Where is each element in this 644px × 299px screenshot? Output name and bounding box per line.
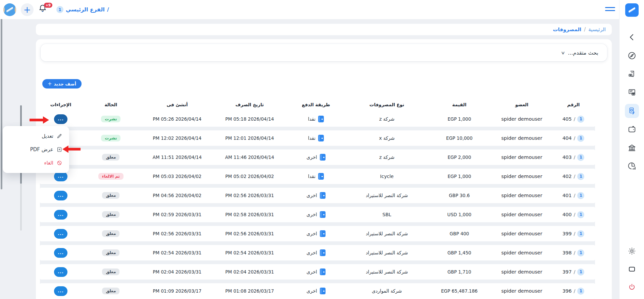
screen-icon[interactable] xyxy=(625,262,639,276)
row-created-at: PM 02:54 2026/03/31 xyxy=(140,250,214,255)
row-pay-method-label: اخرى xyxy=(306,231,317,236)
row-pay-date: PM 02:54 2026/03/31 xyxy=(214,250,285,255)
row-number: 1 / 400 xyxy=(552,211,595,218)
row-member: spider demouser xyxy=(492,212,552,217)
sidebar-logo[interactable] xyxy=(625,3,639,17)
row-pay-method: اخرى xyxy=(285,249,347,256)
cancel-circle-icon xyxy=(56,160,62,166)
gear-icon[interactable] xyxy=(625,244,639,258)
pencil-icon xyxy=(56,133,62,139)
table-row[interactable]: 1 / 404 spider demouser EGP 10,000 شركة … xyxy=(40,130,595,146)
breadcrumb: الرئيسية / المصروفات xyxy=(36,24,612,35)
row-member: spider demouser xyxy=(492,231,552,236)
table-row[interactable]: 1 / 396 spider demouser EGP 65,487.186 ش… xyxy=(40,283,595,299)
row-number-separator: / xyxy=(574,288,576,294)
menu-item-view-pdf[interactable]: عرض PDF xyxy=(3,143,69,156)
collapse-chevron-icon[interactable] xyxy=(625,30,639,44)
table-row[interactable]: 1 / 402 spider demouser EGP 1,000 Icycle… xyxy=(40,169,595,184)
power-icon[interactable] xyxy=(625,280,639,294)
table-row[interactable]: 1 / 405 spider demouser EGP 1,000 شركة z… xyxy=(40,111,595,127)
wallet-payment-icon xyxy=(318,135,324,141)
row-created-at: PM 01:09 2026/03/17 xyxy=(140,288,214,294)
wallet-payment-icon xyxy=(320,249,326,256)
row-expense-type: شركة z xyxy=(347,116,427,122)
row-actions-button[interactable]: ... xyxy=(54,248,67,258)
menu-toggle-icon[interactable] xyxy=(605,7,615,13)
row-actions-button[interactable]: ... xyxy=(54,229,67,239)
table-row[interactable]: 1 / 399 spider demouser GBP 400 شركة الن… xyxy=(40,226,595,241)
row-pay-method-label: اخرى xyxy=(306,155,317,160)
row-count-badge: 1 xyxy=(577,192,584,199)
receipt-money-icon[interactable] xyxy=(625,67,639,81)
row-count-badge: 1 xyxy=(577,288,584,295)
table-row[interactable]: 1 / 401 spider demouser GBP 30.6 شركة ال… xyxy=(40,188,595,203)
row-actions: ... xyxy=(40,191,82,200)
compass-icon[interactable] xyxy=(625,49,639,63)
expenses-panel: بحث متقدم... ∨ أضف جديد + الرقم العضو ال… xyxy=(36,39,612,299)
row-actions-button[interactable]: ... xyxy=(54,114,67,124)
sidebar xyxy=(619,0,644,299)
wallet-icon[interactable] xyxy=(625,122,639,136)
row-number-value: 396 xyxy=(562,288,572,294)
advanced-search-toggle[interactable]: بحث متقدم... ∨ xyxy=(41,44,607,61)
col-expense-type: نوع المصروفات xyxy=(347,102,427,107)
row-pay-method-label: نقدا xyxy=(308,116,315,122)
breadcrumb-current: المصروفات xyxy=(553,26,581,33)
branch-name: الفرع الرئيسي xyxy=(66,6,105,13)
table-row[interactable]: 1 / 398 spider demouser GBP 1,450 شركة ا… xyxy=(40,245,595,260)
expenses-hand-money-icon[interactable] xyxy=(625,104,639,118)
row-pay-date: PM 05:02 2026/04/02 xyxy=(214,174,285,179)
add-new-button[interactable]: أضف جديد + xyxy=(42,79,82,88)
row-created-at: PM 05:26 2026/04/14 xyxy=(140,116,214,122)
row-actions-button[interactable]: ... xyxy=(54,210,67,220)
row-number-separator: / xyxy=(574,231,576,236)
menu-item-edit[interactable]: تعديل xyxy=(3,129,69,143)
row-number: 1 / 401 xyxy=(552,192,595,199)
table-row[interactable]: 1 / 403 spider demouser EGP 2,000 شركة z… xyxy=(40,150,595,165)
add-quick-button[interactable]: + xyxy=(21,3,34,16)
table-header-row: الرقم العضو القيمة نوع المصروفات طريقة ا… xyxy=(40,98,595,111)
row-status: نشرت xyxy=(82,135,140,141)
row-expense-type: شركة المواردى xyxy=(347,288,427,294)
row-actions-button[interactable]: ... xyxy=(54,286,67,296)
row-status: معلق xyxy=(82,288,140,294)
row-number-value: 399 xyxy=(562,231,572,236)
row-member: spider demouser xyxy=(492,250,552,255)
pie-chart-icon[interactable] xyxy=(625,159,639,173)
col-number: الرقم xyxy=(552,102,595,107)
row-actions-button[interactable]: ... xyxy=(54,267,67,277)
status-badge: تم الالغاء xyxy=(98,173,123,180)
row-member: spider demouser xyxy=(492,155,552,160)
wallet-payment-icon xyxy=(318,116,324,122)
row-created-at: PM 04:56 2026/04/02 xyxy=(140,193,214,198)
app-logo[interactable] xyxy=(3,3,16,16)
chevron-down-icon: ∨ xyxy=(561,50,565,55)
row-actions-button[interactable]: ... xyxy=(54,191,67,200)
table-row[interactable]: 1 / 397 spider demouser GBP 1,710 شركة ا… xyxy=(40,264,595,280)
row-status: معلق xyxy=(82,230,140,237)
row-count-badge: 1 xyxy=(577,230,584,237)
row-pay-method: نقدا xyxy=(285,116,347,122)
page-scrollbar[interactable] xyxy=(1,18,2,189)
branch-breadcrumb[interactable]: / الفرع الرئيسي 1 xyxy=(56,6,109,13)
row-pay-method: اخرى xyxy=(285,268,347,275)
row-number-separator: / xyxy=(574,212,576,217)
bank-icon[interactable] xyxy=(625,141,639,155)
status-badge: معلق xyxy=(102,192,119,199)
menu-item-cancel[interactable]: الغاء xyxy=(3,156,69,170)
status-badge: نشرت xyxy=(101,135,120,141)
row-number-separator: / xyxy=(574,174,576,179)
row-number-value: 400 xyxy=(562,212,572,217)
row-actions: ... xyxy=(40,210,82,220)
row-number-value: 397 xyxy=(562,269,572,275)
row-number-value: 398 xyxy=(562,250,572,255)
shop-money-icon[interactable] xyxy=(625,85,639,100)
notifications-button[interactable]: +9 xyxy=(38,3,50,16)
row-created-at: PM 02:04 2026/03/31 xyxy=(140,269,214,275)
wallet-payment-icon xyxy=(320,288,326,294)
expenses-table: الرقم العضو القيمة نوع المصروفات طريقة ا… xyxy=(40,98,595,299)
row-created-at: AM 11:51 2026/04/14 xyxy=(140,155,214,160)
table-row[interactable]: 1 / 400 spider demouser USD 1,000 SBL اخ… xyxy=(40,207,595,222)
breadcrumb-home-link[interactable]: الرئيسية xyxy=(588,26,606,33)
wallet-payment-icon xyxy=(318,173,324,180)
